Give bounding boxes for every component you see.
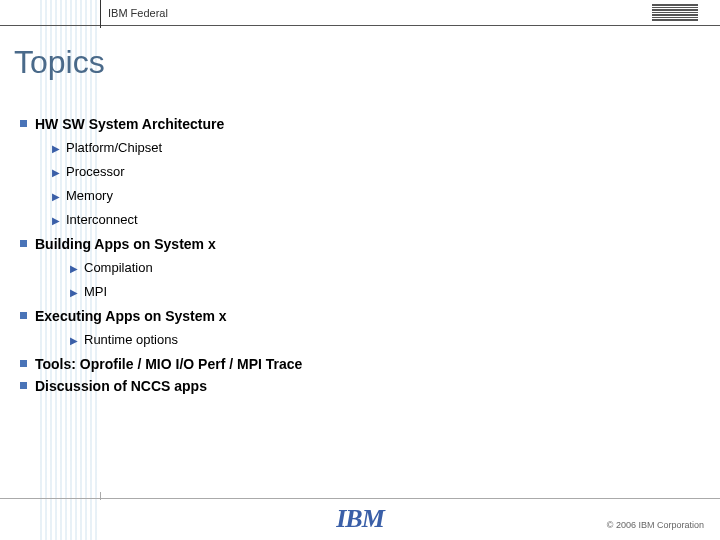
topic-item: Building Apps on System x	[20, 235, 720, 255]
topic-item: HW SW System Architecture	[20, 115, 720, 135]
arrow-icon: ▶	[70, 334, 78, 348]
sub-list: ▶Runtime options	[70, 331, 720, 349]
sub-item: ▶MPI	[70, 283, 720, 301]
sub-item: ▶Processor	[52, 163, 720, 181]
topic-label: Building Apps on System x	[35, 235, 216, 255]
square-bullet-icon	[20, 360, 27, 367]
sub-label: Platform/Chipset	[66, 139, 162, 157]
topic-item: Tools: Oprofile / MIO I/O Perf / MPI Tra…	[20, 355, 720, 375]
topic-label: Tools: Oprofile / MIO I/O Perf / MPI Tra…	[35, 355, 302, 375]
arrow-icon: ▶	[52, 214, 60, 228]
footer: IBM © 2006 IBM Corporation	[0, 492, 720, 540]
copyright-text: © 2006 IBM Corporation	[607, 520, 704, 530]
topic-label: Discussion of NCCS apps	[35, 377, 207, 397]
sub-label: Processor	[66, 163, 125, 181]
topic-item: Discussion of NCCS apps	[20, 377, 720, 397]
square-bullet-icon	[20, 382, 27, 389]
header-label: IBM Federal	[108, 7, 168, 19]
ibm-footer-logo: IBM	[336, 504, 384, 534]
sub-item: ▶Runtime options	[70, 331, 720, 349]
sub-label: Runtime options	[84, 331, 178, 349]
sub-item: ▶Compilation	[70, 259, 720, 277]
sub-list: ▶Platform/Chipset ▶Processor ▶Memory ▶In…	[52, 139, 720, 230]
square-bullet-icon	[20, 120, 27, 127]
arrow-icon: ▶	[70, 262, 78, 276]
arrow-icon: ▶	[52, 190, 60, 204]
header-bar: IBM Federal	[0, 0, 720, 26]
topic-item: Executing Apps on System x	[20, 307, 720, 327]
sub-label: Interconnect	[66, 211, 138, 229]
square-bullet-icon	[20, 312, 27, 319]
topic-label: Executing Apps on System x	[35, 307, 227, 327]
arrow-icon: ▶	[52, 166, 60, 180]
topic-label: HW SW System Architecture	[35, 115, 224, 135]
footer-tick	[100, 492, 101, 500]
sub-item: ▶Platform/Chipset	[52, 139, 720, 157]
sub-label: Compilation	[84, 259, 153, 277]
arrow-icon: ▶	[70, 286, 78, 300]
sub-label: Memory	[66, 187, 113, 205]
header-divider	[100, 0, 101, 28]
sub-item: ▶Memory	[52, 187, 720, 205]
sub-list: ▶Compilation ▶MPI	[70, 259, 720, 301]
sub-label: MPI	[84, 283, 107, 301]
sub-item: ▶Interconnect	[52, 211, 720, 229]
page-title: Topics	[14, 44, 720, 81]
arrow-icon: ▶	[52, 142, 60, 156]
square-bullet-icon	[20, 240, 27, 247]
topics-list: HW SW System Architecture ▶Platform/Chip…	[20, 115, 720, 396]
footer-divider	[0, 498, 720, 499]
ibm-logo-icon	[652, 4, 698, 26]
